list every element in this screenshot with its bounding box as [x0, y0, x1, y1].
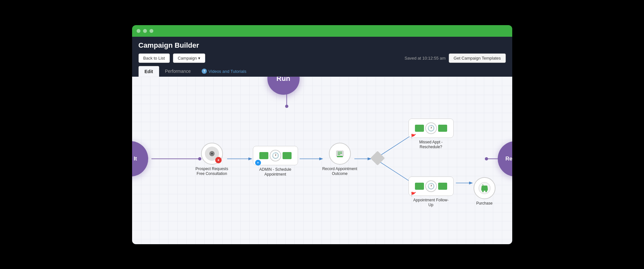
header: Campaign Builder Back to List Campaign ▾…: [132, 37, 512, 77]
node-appt-followup-label: Appointment Follow-Up: [412, 198, 450, 208]
clock-icon-2: 🕐: [425, 122, 437, 134]
node-appt-followup[interactable]: 🕐 🚩 Appointment Follow-Up: [409, 177, 454, 208]
node-prospect-label: Prospect Requests Free Consultation: [193, 167, 231, 177]
diamond-icon: [370, 151, 385, 165]
svg-point-5: [485, 157, 488, 160]
videos-tutorials-label: Videos and Tutorials: [208, 69, 246, 74]
get-campaign-templates-button[interactable]: Get Campaign Templates: [449, 53, 505, 63]
node-missed-appt-label: Missed Appt - Reschedule?: [412, 140, 450, 150]
results-circle[interactable]: Results: [498, 141, 512, 177]
prospect-badge: [215, 157, 222, 163]
flag-icon-1: 🚩: [411, 134, 416, 139]
clock-icon-3: 🕐: [425, 180, 437, 192]
tab-edit[interactable]: Edit: [139, 66, 159, 77]
node-record-label: Record Appointment Outcome: [321, 167, 359, 177]
page-title: Campaign Builder: [139, 41, 506, 50]
saved-status: Saved at 10:12:55 am: [405, 56, 446, 61]
node-missed-appt[interactable]: 🕐 🚩 Missed Appt - Reschedule?: [409, 119, 454, 150]
record-outcome-icon: [329, 143, 351, 165]
campaign-dropdown-label: Campaign: [178, 56, 197, 61]
set-it-circle[interactable]: Set It: [132, 141, 148, 177]
tabs-row: Edit Performance ? Videos and Tutorials: [139, 66, 506, 77]
flag-icon-2: 🚩: [411, 192, 416, 197]
svg-point-25: [482, 190, 484, 192]
node-record-outcome[interactable]: Record Appointment Outcome: [321, 143, 359, 177]
svg-point-26: [485, 190, 487, 192]
node-purchase-label: Purchase: [476, 201, 493, 206]
node-admin-schedule[interactable]: 🕐 » ADMIN - Schedule Appointment: [253, 146, 298, 177]
svg-rect-22: [337, 156, 343, 157]
header-toolbar: Back to List Campaign ▾ Saved at 10:12:5…: [139, 53, 506, 63]
svg-rect-24: [481, 187, 488, 191]
admin-schedule-icon: 🕐 »: [253, 146, 298, 165]
clock-icon: 🕐: [270, 150, 281, 161]
tab-performance[interactable]: Performance: [159, 66, 197, 76]
titlebar-dot-3: [149, 29, 153, 33]
question-icon: ?: [202, 69, 207, 74]
chevron-down-icon: ▾: [198, 56, 200, 61]
videos-tutorials-link[interactable]: ? Videos and Tutorials: [202, 69, 246, 74]
purchase-icon: [474, 177, 495, 199]
back-to-list-button[interactable]: Back to List: [139, 53, 170, 63]
svg-line-9: [379, 135, 412, 157]
prospect-icon: [201, 143, 223, 165]
main-window: Campaign Builder Back to List Campaign ▾…: [132, 25, 512, 244]
canvas-area: Run Set It Results: [132, 77, 512, 244]
titlebar-dot-2: [143, 29, 147, 33]
svg-line-10: [379, 161, 412, 183]
titlebar-dot-1: [137, 29, 140, 33]
run-button[interactable]: Run: [267, 77, 300, 95]
missed-appt-icon: 🕐 🚩: [409, 119, 454, 138]
svg-point-14: [211, 153, 213, 154]
node-diamond[interactable]: [372, 153, 383, 163]
svg-point-1: [285, 105, 288, 108]
node-purchase[interactable]: Purchase: [474, 177, 495, 206]
node-prospect[interactable]: Prospect Requests Free Consultation: [193, 143, 231, 177]
appt-followup-icon: 🕐 🚩: [409, 177, 454, 196]
campaign-dropdown-button[interactable]: Campaign ▾: [173, 53, 205, 63]
fast-forward-badge: »: [255, 160, 261, 166]
node-admin-label: ADMIN - Schedule Appointment: [256, 167, 295, 177]
titlebar: [132, 25, 512, 37]
